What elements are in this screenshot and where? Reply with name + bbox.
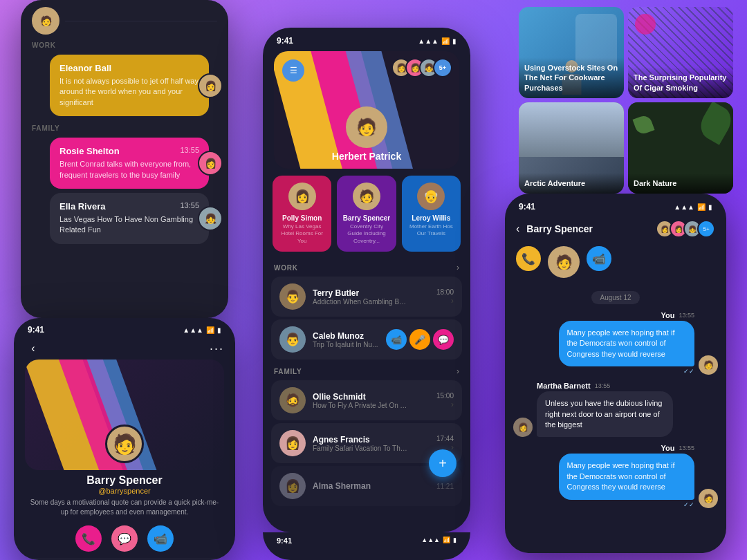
video-action-p2[interactable]: 📹 [147, 525, 174, 552]
avatar-leroy: 👴 [417, 183, 445, 210]
time-agnes: 17:44 [436, 435, 454, 442]
avatar-polly: 👩 [288, 183, 316, 210]
art3-title: Arctic Adventure [524, 178, 618, 188]
msg-caleb[interactable]: 👨 Caleb Munoz Trip To Iqaluit In Nu... 📹… [271, 319, 462, 360]
date-text-p4: August 12 [591, 291, 639, 304]
status-icons-p2: ▲▲▲ 📶 ▮ [183, 326, 221, 334]
article-card-3[interactable]: Arctic Adventure [519, 102, 624, 194]
bottom-icons: ▲▲▲ 📶 ▮ [421, 536, 456, 545]
top-user-avatar[interactable]: 🧑 [32, 7, 59, 35]
chat-text-rosie: Brent Conrad talks with everyone from, f… [59, 159, 199, 180]
menu-button-p3[interactable]: ☰ [282, 59, 304, 82]
articles-panel: Using Overstock Sites On The Net For Coo… [519, 7, 733, 194]
chevron-ollie: › [451, 400, 454, 409]
avatar-terry: 👨 [279, 283, 306, 310]
call-action-p2[interactable]: 📞 [75, 525, 102, 552]
signal-p4: ▲▲▲ [674, 203, 694, 211]
bottom-battery: ▮ [453, 536, 456, 545]
work-chevron-p3[interactable]: › [456, 263, 459, 272]
main-profile-name-p3: Herbert Patrick [274, 151, 459, 162]
profile-actions-p2: 📞 💬 📹 [14, 525, 235, 552]
chat-name-rosie: Rosie Shelton [59, 146, 120, 156]
msg-row-1: You 13:55 Many people were hoping that i… [513, 311, 718, 375]
wifi-icon-p2: 📶 [206, 326, 214, 334]
chat-text-eleanor: It is not always possible to jet off hal… [59, 76, 199, 108]
chat-item-rosie[interactable]: Rosie Shelton 13:55 Brent Conrad talks w… [50, 138, 209, 189]
caleb-actions: 📹 🎤 💬 [386, 329, 454, 350]
msg-row-3: You 13:55 Many people were hoping that i… [513, 444, 718, 507]
article-grid: Using Overstock Sites On The Net For Coo… [519, 7, 733, 194]
family-chevron-p3[interactable]: › [456, 366, 459, 376]
phone-chat-thread: 9:41 ▲▲▲ 📶 ▮ ‹ Barry Spencer 👩 👩 👧 5+ 📞 … [505, 194, 726, 553]
profile-handle-p2: @barryspencer [14, 487, 235, 495]
chevron-terry: › [451, 296, 454, 306]
info-ollie: Ollie Schmidt How To Fly A Private Jet O… [313, 392, 430, 409]
avatar-sent-1: 🧑 [699, 355, 718, 375]
wifi-p4: 📶 [697, 203, 706, 211]
art3-overlay: Arctic Adventure [519, 173, 624, 194]
more-menu-p2[interactable]: ··· [210, 342, 224, 356]
call-btn-p4[interactable]: 📞 [516, 246, 541, 271]
fab-compose[interactable]: + [429, 449, 456, 477]
article-card-2[interactable]: The Surprising Popularity Of Cigar Smoki… [628, 7, 733, 98]
signal-p3: ▲▲▲ [418, 37, 439, 45]
right-terry: 18:00 › [436, 288, 454, 306]
status-bar-p4: 9:41 ▲▲▲ 📶 ▮ [505, 194, 726, 217]
status-bar-p3: 9:41 ▲▲▲ 📶 ▮ [263, 28, 470, 51]
info-caleb: Caleb Munoz Trip To Iqaluit In Nu... [313, 331, 379, 348]
subtitle-barry: Coventry City Guide Including Coventry..… [342, 223, 390, 245]
contact-card-leroy[interactable]: 👴 Leroy Willis Mother Earth Hos Our Trav… [402, 176, 461, 252]
subtitle-polly: Why Las Vegas Hotel Rooms For You [278, 223, 326, 245]
chat-btn-caleb[interactable]: 💬 [433, 329, 454, 350]
profile-name-p2: Barry Spencer [14, 474, 235, 487]
profile-bio-p2: Some days a motivational quote can provi… [14, 498, 235, 517]
right-ollie: 15:00 › [436, 392, 454, 409]
phone3-bottom-preview: 9:41 ▲▲▲ 📶 ▮ [263, 532, 470, 560]
bottom-wifi: 📶 [443, 536, 450, 545]
bubble-1: Many people were hoping that if the Demo… [559, 321, 695, 366]
wifi-p3: 📶 [441, 37, 450, 45]
avatar-ella: 👧 [198, 206, 223, 231]
phone-profile: 9:41 ▲▲▲ 📶 ▮ ‹ ··· 🧑 Barry Spencer @barr… [14, 318, 235, 560]
contact-card-barry[interactable]: 🧑 Barry Spencer Coventry City Guide Incl… [337, 176, 396, 252]
time-terry: 18:00 [436, 288, 454, 296]
bottom-signal: ▲▲▲ [421, 536, 440, 545]
status-icons-p3: ▲▲▲ 📶 ▮ [418, 37, 456, 45]
chat-item-ella[interactable]: Ella Rivera 13:55 Las Vegas How To Have … [50, 193, 209, 244]
msg-terry[interactable]: 👨 Terry Butler Addiction When Gambling B… [271, 277, 462, 317]
bottom-status-bar: 9:41 ▲▲▲ 📶 ▮ [263, 532, 470, 549]
chat-item-eleanor[interactable]: Eleanor Ball It is not always possible t… [50, 55, 209, 116]
msg-row-2: 👩 Martha Barnett 13:55 Unless you have t… [513, 382, 718, 437]
video-btn-p4[interactable]: 📹 [587, 246, 611, 271]
art2-title: The Surprising Popularity Of Cigar Smoki… [634, 73, 728, 93]
back-button-p4[interactable]: ‹ [516, 223, 519, 235]
contact-card-polly[interactable]: 👩 Polly Simon Why Las Vegas Hotel Rooms … [273, 176, 331, 252]
bubble-2: Unless you have the dubious living right… [537, 391, 673, 437]
info-terry: Terry Butler Addiction When Gambling Bec… [313, 288, 430, 306]
back-button-p2[interactable]: ‹ [25, 340, 42, 357]
art4-title: Dark Nature [634, 178, 728, 188]
chat-name-ella: Ella Rivera [59, 201, 106, 212]
avatar-rosie: 👩 [198, 151, 223, 176]
name-polly: Polly Simon [282, 214, 322, 222]
work-section-label: WORK [21, 37, 228, 50]
msg-ollie[interactable]: 🧔 Ollie Schmidt How To Fly A Private Jet… [271, 380, 462, 420]
text-ollie: How To Fly A Private Jet On Your Next Tr… [313, 402, 409, 409]
mic-btn-caleb[interactable]: 🎤 [409, 329, 430, 350]
article-card-1[interactable]: Using Overstock Sites On The Net For Coo… [519, 7, 624, 98]
info-alma: Alma Sherman [313, 481, 430, 491]
profile-banner-p2: 🧑 [25, 360, 224, 470]
name-agnes: Agnes Francis [313, 435, 430, 445]
video-btn-caleb[interactable]: 📹 [386, 329, 407, 350]
chat-action-p2[interactable]: 💬 [111, 525, 138, 552]
name-caleb: Caleb Munoz [313, 331, 379, 341]
avatar-ollie: 🧔 [279, 387, 306, 413]
battery-p3: ▮ [452, 37, 456, 45]
family-section-label: FAMILY [21, 120, 228, 133]
avatars-row-p3: 👩 👩 👧 5+ [397, 58, 452, 77]
avatar-alma: 👩 [279, 473, 306, 499]
subtitle-leroy: Mother Earth Hos Our Travels [407, 223, 455, 238]
article-card-4[interactable]: Dark Nature [628, 102, 733, 194]
name-alma: Alma Sherman [313, 481, 430, 491]
info-agnes: Agnes Francis Family Safari Vacation To … [313, 435, 430, 452]
